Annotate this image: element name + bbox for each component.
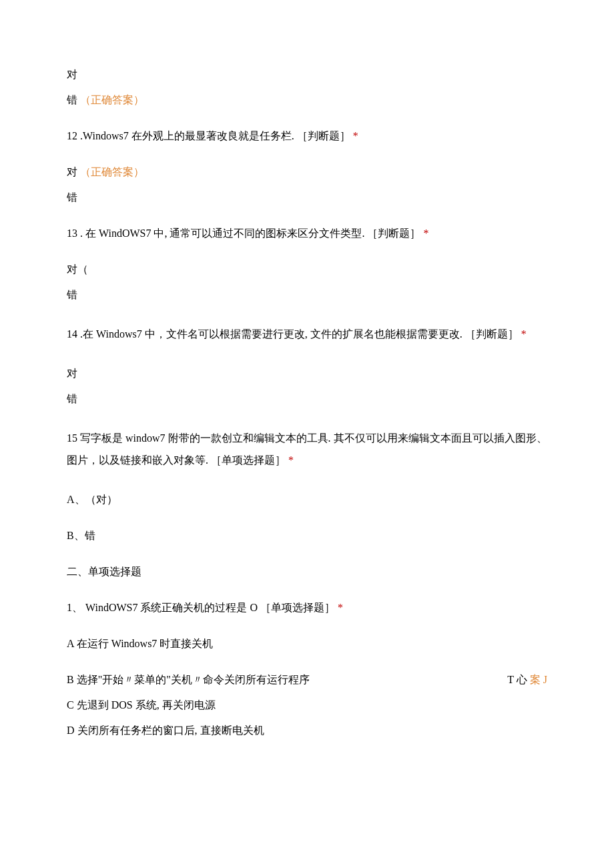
section-2-title: 二、单项选择题 — [67, 564, 547, 580]
q15-stem: 15 写字板是 window7 附带的一款创立和编辑文本的工具. 其不仅可以用来… — [67, 427, 547, 472]
option-text: B、错 — [67, 530, 95, 541]
question-type-tag: ［判断题］ — [297, 130, 350, 141]
option-text: 对 — [67, 368, 77, 379]
question-text: 写字板是 window7 附带的一款创立和编辑文本的工具. 其不仅可以用来编辑文… — [67, 432, 547, 466]
required-asterisk: * — [353, 130, 358, 141]
option-text: C 先退到 DOS 系统, 再关闭电源 — [67, 699, 216, 711]
heading-text: 二、单项选择题 — [67, 566, 141, 577]
s2q1-option-d: D 关闭所有任务栏的窗口后, 直接断电关机 — [67, 723, 547, 739]
question-number: 12 — [67, 130, 80, 141]
option-text: 错 — [67, 393, 77, 404]
q12-option-wrong: 错 — [67, 189, 547, 205]
q14-option-correct: 对 — [67, 366, 547, 382]
s2q1-option-a: A 在运行 Windows7 时直接关机 — [67, 636, 547, 652]
option-text: B 选择"开始〃菜单的"关机〃命令关闭所有运行程序 — [67, 674, 310, 685]
q15-option-a: A、（对） — [67, 492, 547, 508]
correct-answer-marker: （正确答案） — [80, 166, 144, 177]
option-text: 对 — [67, 166, 77, 177]
question-type-tag: ［单项选择题］ — [211, 454, 286, 466]
question-type-tag: ［判断题］ — [465, 328, 519, 340]
option-text: A 在运行 Windows7 时直接关机 — [67, 638, 213, 649]
option-text: 错 — [67, 191, 77, 203]
q13-option-wrong: 错 — [67, 287, 547, 303]
required-asterisk: * — [288, 454, 294, 466]
question-number: 1、 — [67, 602, 83, 613]
required-asterisk: * — [338, 602, 343, 613]
q11-option-correct: 对 — [67, 67, 547, 83]
question-number: 14 — [67, 328, 80, 340]
s2q1-option-b: B 选择"开始〃菜单的"关机〃命令关闭所有运行程序 — [67, 672, 310, 688]
q14-option-wrong: 错 — [67, 391, 547, 407]
option-text: A、（对） — [67, 494, 117, 505]
question-number: 13 — [67, 228, 80, 239]
option-text: D 关闭所有任务栏的窗口后, 直接断电关机 — [67, 725, 264, 736]
q11-option-wrong: 错 （正确答案） — [67, 92, 547, 108]
fragment-black: T 心 — [507, 674, 527, 685]
question-type-tag: ［判断题］ — [367, 228, 420, 239]
option-text: 错 — [67, 289, 77, 300]
s2q1-option-c: C 先退到 DOS 系统, 再关闭电源 — [67, 697, 547, 713]
correct-answer-marker: （正确答案） — [80, 94, 144, 105]
question-text: WindOWS7 系统正确关机的过程是 O — [85, 602, 258, 613]
required-asterisk: * — [521, 328, 527, 340]
option-text: 对（ — [67, 264, 88, 275]
option-text: 错 — [67, 94, 77, 105]
document-page: 对 错 （正确答案） 12 .Windows7 在外观上的最显著改良就是任务栏.… — [0, 0, 614, 788]
s2q1-stem: 1、 WindOWS7 系统正确关机的过程是 O ［单项选择题］ * — [67, 600, 547, 616]
s2q1-option-b-row: B 选择"开始〃菜单的"关机〃命令关闭所有运行程序 T 心 案 J — [67, 672, 547, 688]
question-text: . 在 WindOWS7 中, 通常可以通过不同的图标来区分文件类型. — [80, 228, 364, 239]
question-text: .在 Windows7 中，文件名可以根据需要进行更改, 文件的扩展名也能根据需… — [80, 328, 463, 340]
s2q1-answer-fragment: T 心 案 J — [487, 672, 547, 688]
q13-stem: 13 . 在 WindOWS7 中, 通常可以通过不同的图标来区分文件类型. ［… — [67, 226, 547, 242]
question-number: 15 — [67, 432, 80, 444]
question-text: .Windows7 在外观上的最显著改良就是任务栏. — [80, 130, 294, 141]
fragment-orange: 案 J — [530, 674, 547, 685]
q13-option-correct: 对（ — [67, 262, 547, 278]
q12-option-correct: 对 （正确答案） — [67, 164, 547, 180]
q15-option-b: B、错 — [67, 528, 547, 544]
required-asterisk: * — [423, 228, 428, 239]
question-type-tag: ［单项选择题］ — [260, 602, 335, 613]
q14-stem: 14 .在 Windows7 中，文件名可以根据需要进行更改, 文件的扩展名也能… — [67, 323, 547, 346]
q12-stem: 12 .Windows7 在外观上的最显著改良就是任务栏. ［判断题］ * — [67, 128, 547, 144]
option-text: 对 — [67, 69, 77, 80]
